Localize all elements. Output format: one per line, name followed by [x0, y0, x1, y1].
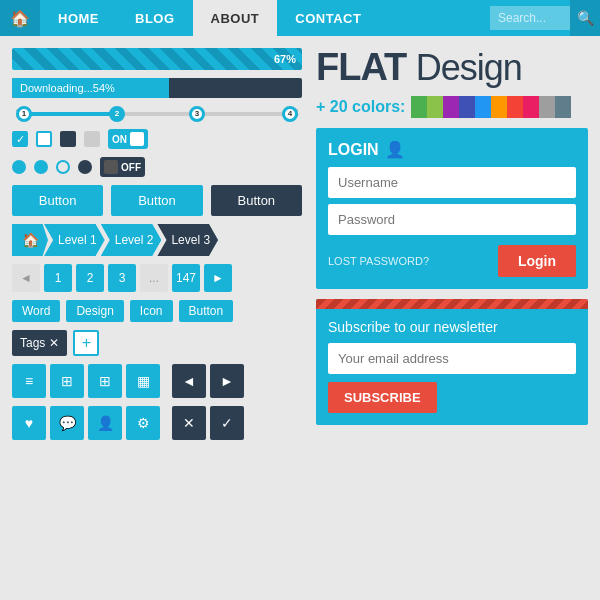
- color-swatches: [411, 96, 571, 118]
- arrow-left-btn[interactable]: ◄: [172, 364, 206, 398]
- table-icon-btn[interactable]: ▦: [126, 364, 160, 398]
- swatch-pink: [523, 96, 539, 118]
- swatch-green: [411, 96, 427, 118]
- nav-search-container: 🔍: [490, 0, 600, 36]
- radio-dark[interactable]: [78, 160, 92, 174]
- tag-add-button[interactable]: +: [73, 330, 99, 356]
- pagination-3[interactable]: 3: [108, 264, 136, 292]
- icon-grid-bottom: ♥ 💬 👤 ⚙: [12, 406, 160, 440]
- right-panel: FLAT Design + 20 colors: LOGIN: [316, 48, 588, 588]
- progress-bar-label: Downloading...54%: [20, 82, 115, 94]
- progress-striped: 67%: [12, 48, 302, 70]
- gear-icon-btn[interactable]: ⚙: [126, 406, 160, 440]
- login-footer: LOST PASSWORD? Login: [328, 245, 576, 277]
- radio-filled-1[interactable]: [12, 160, 26, 174]
- controls-row-1: ON: [12, 129, 302, 149]
- tag-word[interactable]: Word: [12, 300, 60, 322]
- left-panel: 67% Downloading...54% 1 1 2 3 4 4: [12, 48, 302, 588]
- nav-item-about[interactable]: ABOUT: [193, 0, 278, 36]
- icon-row-1: ≡ ⊞ ⊞ ▦ ◄ ►: [12, 364, 302, 398]
- swatch-indigo: [459, 96, 475, 118]
- swatch-lightgreen: [427, 96, 443, 118]
- nav-item-contact[interactable]: CONTACT: [277, 0, 379, 36]
- toggle-knob-off: [104, 160, 118, 174]
- swatch-bluegrey: [555, 96, 571, 118]
- breadcrumb-item-1[interactable]: Level 1: [44, 224, 105, 256]
- colors-section: + 20 colors:: [316, 96, 588, 118]
- email-input[interactable]: [328, 343, 576, 374]
- swatch-blue: [475, 96, 491, 118]
- pagination-prev[interactable]: ◄: [12, 264, 40, 292]
- user-icon-btn[interactable]: 👤: [88, 406, 122, 440]
- password-input[interactable]: [328, 204, 576, 235]
- pagination: ◄ 1 2 3 ... 147 ►: [12, 264, 302, 292]
- tag-design[interactable]: Design: [66, 300, 123, 322]
- square-dark: [60, 131, 76, 147]
- nav-home-button[interactable]: 🏠: [0, 0, 40, 36]
- radio-empty[interactable]: [56, 160, 70, 174]
- icon-grid-left: ≡ ⊞ ⊞ ▦: [12, 364, 160, 398]
- breadcrumb-item-2[interactable]: Level 2: [101, 224, 162, 256]
- button-3[interactable]: Button: [211, 185, 302, 216]
- search-input[interactable]: [490, 6, 570, 30]
- arrow-right-btn[interactable]: ►: [210, 364, 244, 398]
- username-input[interactable]: [328, 167, 576, 198]
- chat-icon-btn[interactable]: 💬: [50, 406, 84, 440]
- slider-row[interactable]: 1 1 2 3 4 4: [12, 108, 302, 119]
- button-1[interactable]: Button: [12, 185, 103, 216]
- main-content: 67% Downloading...54% 1 1 2 3 4 4: [0, 36, 600, 600]
- user-icon: 👤: [385, 140, 405, 159]
- list-icon-btn[interactable]: ≡: [12, 364, 46, 398]
- tag-item[interactable]: Tags ✕: [12, 330, 67, 356]
- buttons-row: Button Button Button: [12, 185, 302, 216]
- login-card: LOGIN 👤 LOST PASSWORD? Login: [316, 128, 588, 289]
- pagination-147[interactable]: 147: [172, 264, 200, 292]
- checkbox-checked[interactable]: [12, 131, 28, 147]
- grid-icon-btn[interactable]: ⊞: [88, 364, 122, 398]
- progress-bar: Downloading...54%: [12, 78, 302, 98]
- lost-password-link[interactable]: LOST PASSWORD?: [328, 255, 429, 267]
- navbar: 🏠 HOME BLOG ABOUT CONTACT 🔍: [0, 0, 600, 36]
- button-2[interactable]: Button: [111, 185, 202, 216]
- controls-row-2: OFF: [12, 157, 302, 177]
- check-icon-btn[interactable]: ✓: [210, 406, 244, 440]
- newsletter-banner: [316, 299, 588, 309]
- tags-row: Word Design Icon Button: [12, 300, 302, 322]
- nav-item-home[interactable]: HOME: [40, 0, 117, 36]
- newsletter-title: Subscribe to our newsletter: [328, 319, 576, 335]
- icon-row-2: ♥ 💬 👤 ⚙ ✕ ✓: [12, 406, 302, 440]
- slider-track[interactable]: 1 2 3 4: [24, 112, 290, 116]
- subscribe-button[interactable]: SUBSCRIBE: [328, 382, 437, 413]
- swatch-purple: [443, 96, 459, 118]
- colors-label: + 20 colors:: [316, 98, 405, 116]
- nav-arrows: ◄ ►: [172, 364, 244, 398]
- breadcrumb-item-3[interactable]: Level 3: [157, 224, 218, 256]
- pagination-next[interactable]: ►: [204, 264, 232, 292]
- radio-filled-2[interactable]: [34, 160, 48, 174]
- login-button[interactable]: Login: [498, 245, 576, 277]
- pagination-2[interactable]: 2: [76, 264, 104, 292]
- pagination-1[interactable]: 1: [44, 264, 72, 292]
- toggle-on[interactable]: ON: [108, 129, 148, 149]
- checkbox-unchecked[interactable]: [36, 131, 52, 147]
- nav-item-blog[interactable]: BLOG: [117, 0, 193, 36]
- swatch-grey: [539, 96, 555, 118]
- swatch-orange: [491, 96, 507, 118]
- close-icon-btn[interactable]: ✕: [172, 406, 206, 440]
- tag-input-row: Tags ✕ +: [12, 330, 302, 356]
- action-btns: ✕ ✓: [172, 406, 244, 440]
- newsletter-card: Subscribe to our newsletter SUBSCRIBE: [316, 299, 588, 425]
- pagination-dots: ...: [140, 264, 168, 292]
- list2-icon-btn[interactable]: ⊞: [50, 364, 84, 398]
- swatch-red: [507, 96, 523, 118]
- toggle-off[interactable]: OFF: [100, 157, 145, 177]
- search-button[interactable]: 🔍: [570, 0, 600, 36]
- toggle-knob: [130, 132, 144, 146]
- page-title: FLAT Design: [316, 48, 588, 86]
- login-title: LOGIN 👤: [328, 140, 576, 159]
- tag-button[interactable]: Button: [179, 300, 234, 322]
- square-light: [84, 131, 100, 147]
- breadcrumb-home[interactable]: 🏠: [12, 224, 48, 256]
- heart-icon-btn[interactable]: ♥: [12, 406, 46, 440]
- tag-icon[interactable]: Icon: [130, 300, 173, 322]
